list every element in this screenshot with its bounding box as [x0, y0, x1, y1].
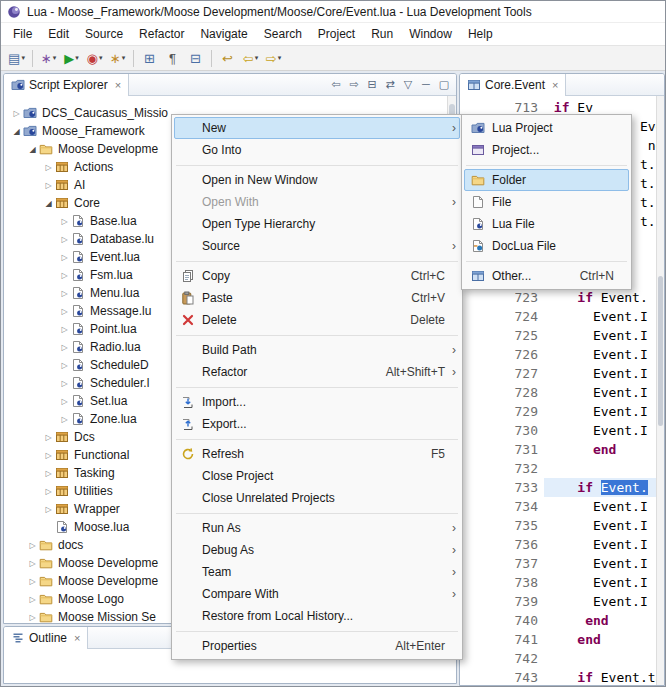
- code-text[interactable]: end: [544, 611, 656, 630]
- menu-project[interactable]: Project: [310, 24, 363, 44]
- menu-window[interactable]: Window: [401, 24, 460, 44]
- context-menu-item-delete[interactable]: DeleteDelete: [174, 309, 460, 331]
- code-text[interactable]: if Event.: [544, 288, 656, 307]
- pin-editor-button[interactable]: ⊟: [184, 48, 207, 69]
- collapsed-arrow-icon[interactable]: ▷: [26, 559, 39, 568]
- dropdown-arrow-icon[interactable]: ▾: [278, 54, 282, 62]
- tab-script-explorer[interactable]: Script Explorer ×: [4, 74, 129, 96]
- code-text[interactable]: Event.I: [544, 364, 656, 383]
- debug-coverage-button[interactable]: ◉▾: [83, 48, 106, 69]
- code-text[interactable]: Event.I: [544, 421, 656, 440]
- context-menu-item-properties[interactable]: PropertiesAlt+Enter: [174, 635, 460, 657]
- context-menu-item-debug-as[interactable]: Debug As›: [174, 539, 460, 561]
- collapsed-arrow-icon[interactable]: ▷: [42, 487, 55, 496]
- context-menu-item-restore-from-local-history[interactable]: Restore from Local History...: [174, 605, 460, 627]
- dropdown-arrow-icon[interactable]: ▾: [99, 54, 103, 62]
- context-menu-item-refresh[interactable]: RefreshF5: [174, 443, 460, 465]
- dropdown-arrow-icon[interactable]: ▾: [21, 54, 25, 62]
- context-menu-item-go-into[interactable]: Go Into: [174, 139, 460, 161]
- collapsed-arrow-icon[interactable]: ▷: [58, 397, 71, 406]
- code-text[interactable]: end: [544, 440, 656, 459]
- collapsed-arrow-icon[interactable]: ▷: [58, 217, 71, 226]
- expanded-arrow-icon[interactable]: ◢: [26, 145, 39, 154]
- context-menu-item-new[interactable]: New›: [174, 117, 460, 139]
- code-text[interactable]: end: [544, 630, 656, 649]
- collapsed-arrow-icon[interactable]: ▷: [58, 235, 71, 244]
- collapsed-arrow-icon[interactable]: ▷: [42, 433, 55, 442]
- new-wizard-button[interactable]: ▤▾: [5, 48, 28, 69]
- new-submenu-item-doclua-file[interactable]: DocLua File: [464, 235, 629, 257]
- code-text[interactable]: Event.I: [544, 592, 656, 611]
- external-tools-button[interactable]: ∗▾: [37, 48, 60, 69]
- code-text[interactable]: Event.I: [544, 573, 656, 592]
- collapse-all-icon[interactable]: ⊟: [365, 79, 379, 90]
- dropdown-arrow-icon[interactable]: ▾: [122, 54, 126, 62]
- context-menu-item-open-type-hierarchy[interactable]: Open Type Hierarchy: [174, 213, 460, 235]
- menu-refactor[interactable]: Refactor: [131, 24, 192, 44]
- collapsed-arrow-icon[interactable]: ▷: [26, 577, 39, 586]
- context-menu-item-compare-with[interactable]: Compare With›: [174, 583, 460, 605]
- view-back-icon[interactable]: ⇦: [329, 79, 343, 90]
- collapsed-arrow-icon[interactable]: ▷: [58, 343, 71, 352]
- context-menu-item-open-with[interactable]: Open With›: [174, 191, 460, 213]
- menu-navigate[interactable]: Navigate: [192, 24, 255, 44]
- view-menu-icon[interactable]: ▽: [401, 79, 415, 90]
- code-text[interactable]: Event.I: [544, 307, 656, 326]
- collapsed-arrow-icon[interactable]: ▷: [58, 379, 71, 388]
- code-text[interactable]: Event.I: [544, 326, 656, 345]
- show-whitespace-button[interactable]: ¶: [161, 48, 184, 69]
- context-menu-item-import[interactable]: Import...: [174, 391, 460, 413]
- collapsed-arrow-icon[interactable]: ▷: [10, 109, 23, 118]
- code-text[interactable]: Event.I: [544, 554, 656, 573]
- menu-help[interactable]: Help: [460, 24, 501, 44]
- code-text[interactable]: Event.I: [544, 535, 656, 554]
- run-button[interactable]: ▶▾: [60, 48, 83, 69]
- collapsed-arrow-icon[interactable]: ▷: [42, 451, 55, 460]
- collapsed-arrow-icon[interactable]: ▷: [58, 325, 71, 334]
- collapsed-arrow-icon[interactable]: ▷: [26, 613, 39, 622]
- collapsed-arrow-icon[interactable]: ▷: [26, 595, 39, 604]
- close-icon[interactable]: ×: [74, 632, 80, 644]
- code-text[interactable]: Event.I: [544, 516, 656, 535]
- code-text[interactable]: Event.I: [544, 402, 656, 421]
- close-icon[interactable]: ×: [552, 79, 558, 91]
- context-menu-item-open-in-new-window[interactable]: Open in New Window: [174, 169, 460, 191]
- code-text[interactable]: Event.I: [544, 497, 656, 516]
- context-menu-item-close-project[interactable]: Close Project: [174, 465, 460, 487]
- collapsed-arrow-icon[interactable]: ▷: [58, 307, 71, 316]
- expanded-arrow-icon[interactable]: ◢: [42, 199, 55, 208]
- tab-outline[interactable]: Outline ×: [4, 627, 88, 649]
- collapsed-arrow-icon[interactable]: ▷: [58, 361, 71, 370]
- code-text[interactable]: [544, 459, 656, 478]
- code-text[interactable]: if Event.ta: [544, 668, 656, 685]
- expanded-arrow-icon[interactable]: ◢: [10, 127, 23, 136]
- link-with-editor-icon[interactable]: ⇄: [383, 79, 397, 90]
- code-text[interactable]: if Event.: [544, 478, 656, 497]
- collapsed-arrow-icon[interactable]: ▷: [58, 289, 71, 298]
- menu-source[interactable]: Source: [77, 24, 131, 44]
- context-menu-item-team[interactable]: Team›: [174, 561, 460, 583]
- new-submenu-item-other[interactable]: Other...Ctrl+N: [464, 265, 629, 287]
- new-submenu-item-folder[interactable]: Folder: [464, 169, 629, 191]
- new-submenu-item-file[interactable]: File: [464, 191, 629, 213]
- new-submenu-item-lua-file[interactable]: Lua File: [464, 213, 629, 235]
- open-element-button[interactable]: ⊞: [138, 48, 161, 69]
- collapsed-arrow-icon[interactable]: ▷: [42, 181, 55, 190]
- context-menu-item-source[interactable]: Source›: [174, 235, 460, 257]
- context-menu-item-export[interactable]: Export...: [174, 413, 460, 435]
- code-text[interactable]: Event.I: [544, 345, 656, 364]
- context-menu-item-run-as[interactable]: Run As›: [174, 517, 460, 539]
- code-text[interactable]: [544, 649, 656, 668]
- context-menu-item-copy[interactable]: CopyCtrl+C: [174, 265, 460, 287]
- context-menu-item-refactor[interactable]: RefactorAlt+Shift+T›: [174, 361, 460, 383]
- back-button[interactable]: ⇦▾: [239, 48, 262, 69]
- collapsed-arrow-icon[interactable]: ▷: [58, 415, 71, 424]
- code-text[interactable]: Event.I: [544, 383, 656, 402]
- maximize-icon[interactable]: ▢: [437, 79, 451, 90]
- menu-edit[interactable]: Edit: [40, 24, 77, 44]
- context-menu-item-paste[interactable]: PasteCtrl+V: [174, 287, 460, 309]
- collapsed-arrow-icon[interactable]: ▷: [58, 253, 71, 262]
- context-menu-item-close-unrelated-projects[interactable]: Close Unrelated Projects: [174, 487, 460, 509]
- launch-wand-button[interactable]: ∗▾: [106, 48, 129, 69]
- context-menu-item-build-path[interactable]: Build Path›: [174, 339, 460, 361]
